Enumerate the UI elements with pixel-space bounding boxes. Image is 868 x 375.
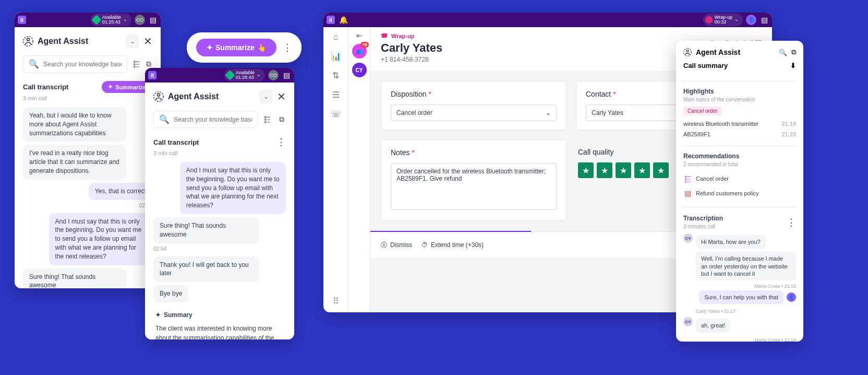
timestamp: 02:54	[145, 245, 294, 255]
sort-icon[interactable]: ⇅	[332, 71, 339, 80]
highlight-time: 21:18	[781, 121, 796, 127]
session-avatar-active[interactable]: CY	[352, 63, 367, 77]
message-meta: Carly Yates • 21:17	[696, 309, 796, 314]
app-logo: it	[18, 16, 26, 24]
user-avatar[interactable]: 👤	[746, 15, 756, 25]
agent-bubble: Sure, I can help you with that	[699, 290, 783, 304]
svg-point-4	[686, 50, 689, 52]
summarize-button[interactable]: ✦ Summarize 👆	[196, 39, 276, 56]
titlebar: it Available01:25:43 ⌄ CO ▤	[15, 13, 161, 27]
flow-icon[interactable]: ⬱	[263, 113, 272, 126]
chevron-down-icon: ⌄	[123, 17, 127, 22]
notes-textarea[interactable]	[391, 163, 557, 210]
message-bubble: Sure thing! That sounds awesome	[153, 217, 259, 243]
section-title: Call summary	[683, 62, 728, 69]
kebab-icon[interactable]: ⋮	[276, 136, 286, 148]
bell-icon[interactable]: 🔔	[339, 16, 348, 24]
search-input[interactable]	[43, 61, 122, 68]
notes-label: Notes	[391, 148, 410, 157]
chevron-down-icon: ⌄	[257, 73, 261, 77]
contact-label: Contact	[586, 90, 611, 98]
panel-toggle-icon[interactable]: ▤	[148, 15, 158, 25]
search-icon: 🔍	[159, 114, 170, 124]
status-timer: 01:25:43	[102, 19, 120, 25]
titlebar: it 🔔 Wrap-up00:32 ⌄ 👤 ▤	[323, 13, 772, 27]
search-input[interactable]	[174, 116, 252, 123]
kebab-icon[interactable]: ⋮	[283, 42, 292, 53]
agent-assist-icon	[683, 48, 692, 56]
extend-button[interactable]: ⏱ Extend time (+30s)	[421, 241, 484, 249]
recommendation-item[interactable]: ⬱Cancel order	[683, 171, 796, 186]
collapse-button[interactable]: ⌄	[126, 34, 139, 48]
kebab-icon[interactable]: ⋮	[787, 217, 796, 228]
transcript-sub: 3 min call	[145, 150, 294, 160]
customer-bubble: Well, I'm calling because I made an orde…	[696, 252, 796, 280]
message-bubble: And I must say that this is only the beg…	[180, 162, 286, 214]
user-avatar[interactable]: CO	[268, 70, 279, 80]
star-1[interactable]: ★	[578, 162, 594, 178]
star-4[interactable]: ★	[634, 162, 650, 178]
chevron-down-icon: ⌄	[546, 109, 551, 116]
avatar-cy: CY	[683, 233, 693, 243]
recommendation-item[interactable]: ▤Refund customers policy	[683, 186, 796, 201]
apps-icon[interactable]: ⠿	[333, 296, 339, 306]
disposition-card: Disposition * Cancel order⌄	[381, 81, 566, 130]
app-logo: it	[148, 71, 156, 79]
highlight-item: AB2589F1	[683, 131, 710, 137]
transcription-title: Transcription	[683, 215, 723, 222]
collapse-button[interactable]: ⌄	[259, 90, 273, 103]
disposition-select[interactable]: Cancel order⌄	[391, 104, 557, 121]
phone-icon[interactable]: ☏	[331, 109, 341, 119]
copy-icon[interactable]: ⧉	[277, 113, 286, 126]
flow-icon: ⬱	[683, 174, 692, 183]
highlight-time: 21:23	[781, 131, 796, 137]
copy-icon[interactable]: ⧉	[791, 48, 796, 56]
dismiss-button[interactable]: ⓧ Dismiss	[381, 241, 412, 250]
notes-card: Notes *	[381, 139, 566, 221]
transcript-title: Call transcript	[153, 138, 199, 146]
home-icon[interactable]: ⌂	[333, 32, 339, 42]
agent-assist-panel-b: it Available01:25:43 ⌄ CO ▤ Agent Assist…	[145, 68, 294, 339]
call-summary-panel: Agent Assist 🔍 ⧉ Call summary ⬇ Highligh…	[676, 41, 803, 342]
highlight-item: wireless Bluetooth transmitter	[683, 121, 758, 127]
customer-bubble: Hi Marta, how are you?	[696, 235, 766, 249]
download-icon[interactable]: ⬇	[790, 62, 796, 69]
topic-tag[interactable]: Cancel order	[683, 107, 721, 115]
session-avatar[interactable]: 👥+9	[352, 44, 367, 58]
search-input-wrapper[interactable]: 🔍	[23, 55, 127, 73]
status-pill[interactable]: Available01:25:43 ⌄	[224, 69, 265, 82]
panel-toggle-icon[interactable]: ▤	[760, 15, 769, 25]
status-pill[interactable]: Available01:25:43 ⌄	[91, 14, 131, 27]
timestamp: 02:51	[15, 202, 161, 212]
chart-icon[interactable]: 📊	[331, 51, 341, 61]
titlebar: it Available01:25:43 ⌄ CO ▤	[145, 68, 294, 83]
list-icon[interactable]: ☰	[332, 90, 340, 100]
message-bubble: Yeah, but I would like to know more abou…	[23, 107, 126, 142]
message-bubble: Yes, that is correct	[89, 183, 152, 200]
app-logo: it	[327, 16, 335, 24]
star-5[interactable]: ★	[653, 162, 669, 178]
panel-toggle-icon[interactable]: ▤	[282, 71, 291, 80]
summary-heading: ✦ Summary	[155, 310, 284, 320]
transcription-sub: 3 minutes call	[683, 224, 723, 229]
search-icon[interactable]: 🔍	[779, 49, 787, 56]
svg-point-0	[27, 38, 30, 41]
agent-assist-icon	[153, 91, 164, 102]
search-input-wrapper[interactable]: 🔍	[153, 111, 258, 128]
avatar-cy: CY	[683, 317, 693, 326]
close-button[interactable]: ✕	[277, 90, 286, 103]
avatar-agent: 👤	[787, 292, 796, 302]
close-button[interactable]: ✕	[143, 35, 152, 48]
message-bubble: Thank you! I will get back to you later	[153, 256, 259, 283]
transcript-title: Call transcript	[23, 83, 68, 91]
flow-icon[interactable]: ⬱	[132, 58, 140, 71]
star-3[interactable]: ★	[616, 162, 631, 178]
customer-bubble: ah, great!	[696, 319, 730, 332]
wrapup-status-pill[interactable]: Wrap-up00:32 ⌄	[703, 14, 743, 27]
summarize-card: ✦ Summarize 👆 ⋮	[187, 32, 302, 63]
star-2[interactable]: ★	[597, 162, 612, 178]
message-meta: Marta Costa • 21:18	[683, 337, 796, 342]
collapse-icon[interactable]: ⇤	[356, 31, 363, 40]
message-bubble: Bye bye	[153, 285, 188, 302]
user-avatar[interactable]: CO	[135, 15, 145, 25]
